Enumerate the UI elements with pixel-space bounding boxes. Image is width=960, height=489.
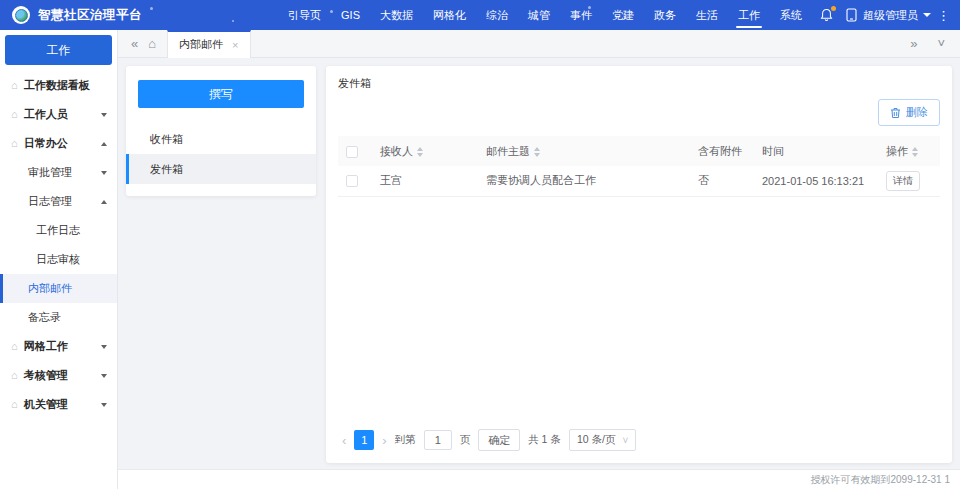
app-logo-icon — [12, 6, 30, 24]
sort-icon[interactable] — [912, 147, 918, 157]
nav-item[interactable]: 政务 — [644, 0, 686, 30]
brand-title: 智慧社区治理平台 — [38, 7, 142, 24]
nav-item[interactable]: 城管 — [518, 0, 560, 30]
home-icon: ⌂ — [11, 138, 18, 149]
home-icon[interactable]: ⌂ — [143, 37, 161, 50]
workspace: 撰写 收件箱 发件箱 发件箱 删除 — [118, 58, 960, 469]
table-row[interactable]: 王宫 需要协调人员配合工作 否 2021-01-05 16:13:21 详情 — [338, 166, 940, 196]
sidebar-item-label: 工作数据看板 — [24, 78, 90, 93]
toolbar: 删除 — [338, 99, 940, 126]
cell-attachment: 否 — [690, 166, 754, 196]
page-jump-input[interactable] — [424, 430, 452, 450]
nav-item[interactable]: GIS — [331, 0, 370, 30]
tab-internal-mail[interactable]: 内部邮件 × — [167, 30, 250, 58]
page-size-value: 10 条/页 — [577, 433, 616, 447]
page-size-select[interactable]: 10 条/页 ˅ — [569, 429, 636, 451]
confirm-button[interactable]: 确定 — [478, 429, 520, 451]
bell-icon[interactable] — [820, 8, 833, 22]
sidebar-item-assessment[interactable]: ⌂ 考核管理 — [0, 361, 117, 390]
chevron-down-icon — [923, 13, 931, 17]
sidebar-item-work-log[interactable]: 工作日志 — [0, 216, 117, 245]
sidebar-item-label: 审批管理 — [28, 165, 72, 180]
license-text: 授权许可有效期到2099-12-31 1 — [811, 473, 951, 487]
delete-button[interactable]: 删除 — [878, 99, 940, 126]
cell-time: 2021-01-05 16:13:21 — [754, 166, 878, 196]
decor-dot — [232, 20, 234, 22]
sidebar-item-label: 网格工作 — [24, 339, 68, 354]
cell-receiver: 王宫 — [372, 166, 478, 196]
nav-item[interactable]: 党建 — [602, 0, 644, 30]
sidebar-item-log-review[interactable]: 日志审核 — [0, 245, 117, 274]
column-label: 邮件主题 — [486, 145, 530, 157]
sidebar-item-label: 日志管理 — [28, 194, 72, 209]
next-page-icon[interactable]: › — [382, 434, 386, 447]
sidebar-item-dashboard[interactable]: ⌂ 工作数据看板 — [0, 71, 117, 100]
sidebar-item-label: 考核管理 — [24, 368, 68, 383]
notification-badge — [831, 6, 836, 11]
home-icon: ⌂ — [11, 370, 18, 381]
page-number-button[interactable]: 1 — [354, 430, 374, 450]
close-icon[interactable]: × — [232, 39, 238, 51]
sidebar-title[interactable]: 工作 — [5, 35, 112, 65]
device-icon[interactable] — [846, 8, 857, 22]
nav-item[interactable]: 大数据 — [370, 0, 423, 30]
nav-item[interactable]: 事件 — [560, 0, 602, 30]
nav-item[interactable]: 引导页 — [278, 0, 331, 30]
prev-page-icon[interactable]: ‹ — [342, 434, 346, 447]
sidebar-item-daily-office[interactable]: ⌂ 日常办公 — [0, 129, 117, 158]
delete-button-label: 删除 — [906, 105, 928, 120]
sidebar-item-grid-work[interactable]: ⌂ 网格工作 — [0, 332, 117, 361]
column-label: 操作 — [886, 145, 908, 157]
column-header-action[interactable]: 操作 — [878, 136, 940, 166]
sidebar-item-label: 内部邮件 — [28, 281, 72, 296]
sidebar-item-label: 工作人员 — [24, 107, 68, 122]
total-count-label: 共 1 条 — [528, 433, 561, 447]
detail-button[interactable]: 详情 — [886, 171, 920, 191]
sort-icon[interactable] — [534, 147, 540, 157]
sidebar-item-internal-mail[interactable]: 内部邮件 — [0, 274, 117, 303]
collapse-sidebar-icon[interactable]: « — [126, 37, 143, 50]
select-all-checkbox[interactable] — [346, 146, 358, 158]
sort-icon[interactable] — [417, 147, 423, 157]
sidebar-item-agency-mgmt[interactable]: ⌂ 机关管理 — [0, 390, 117, 419]
chevron-up-icon — [101, 142, 107, 146]
chevron-down-icon — [101, 403, 107, 407]
jump-prefix-label: 到第 — [395, 433, 416, 447]
row-checkbox[interactable] — [346, 175, 358, 187]
more-icon[interactable]: ⋮ — [937, 8, 950, 23]
nav-item-active[interactable]: 工作 — [728, 0, 770, 30]
sidebar-item-approval[interactable]: 审批管理 — [0, 158, 117, 187]
nav-item[interactable]: 综治 — [476, 0, 518, 30]
jump-suffix-label: 页 — [460, 433, 471, 447]
column-header-receiver[interactable]: 接收人 — [372, 136, 478, 166]
nav-item[interactable]: 系统 — [770, 0, 812, 30]
column-header-subject[interactable]: 邮件主题 — [478, 136, 690, 166]
home-icon: ⌂ — [11, 341, 18, 352]
chevron-down-icon — [101, 171, 107, 175]
column-label: 时间 — [762, 145, 784, 157]
home-icon: ⌂ — [11, 399, 18, 410]
compose-button[interactable]: 撰写 — [138, 80, 304, 108]
sidebar-item-staff[interactable]: ⌂ 工作人员 — [0, 100, 117, 129]
nav-item[interactable]: 生活 — [686, 0, 728, 30]
sidebar-menu: ⌂ 工作数据看板 ⌂ 工作人员 ⌂ 日常办公 审批管理 — [0, 71, 117, 489]
topbar-icons — [820, 8, 857, 22]
user-menu[interactable]: 超级管理员 — [863, 8, 931, 23]
tab-label: 内部邮件 — [179, 37, 223, 52]
sidebar-item-memo[interactable]: 备忘录 — [0, 303, 117, 332]
sidebar-item-log-mgmt[interactable]: 日志管理 — [0, 187, 117, 216]
page-title: 发件箱 — [338, 76, 940, 91]
chevron-down-icon — [101, 374, 107, 378]
folder-inbox[interactable]: 收件箱 — [126, 124, 316, 154]
sidebar-item-label: 日志审核 — [36, 252, 80, 267]
tabs-dropdown-icon[interactable]: ˅ — [932, 37, 950, 50]
chevron-down-icon — [101, 345, 107, 349]
app-root: 智慧社区治理平台 引导页 GIS 大数据 网格化 综治 城管 事件 党建 政务 … — [0, 0, 960, 489]
select-caret-icon: ˅ — [622, 435, 628, 446]
chevron-down-icon — [101, 113, 107, 117]
sidebar-item-label: 日常办公 — [24, 136, 68, 151]
sidebar-item-label: 机关管理 — [24, 397, 68, 412]
folder-sent[interactable]: 发件箱 — [126, 154, 316, 184]
nav-item[interactable]: 网格化 — [423, 0, 476, 30]
more-tabs-icon[interactable]: » — [905, 37, 922, 50]
